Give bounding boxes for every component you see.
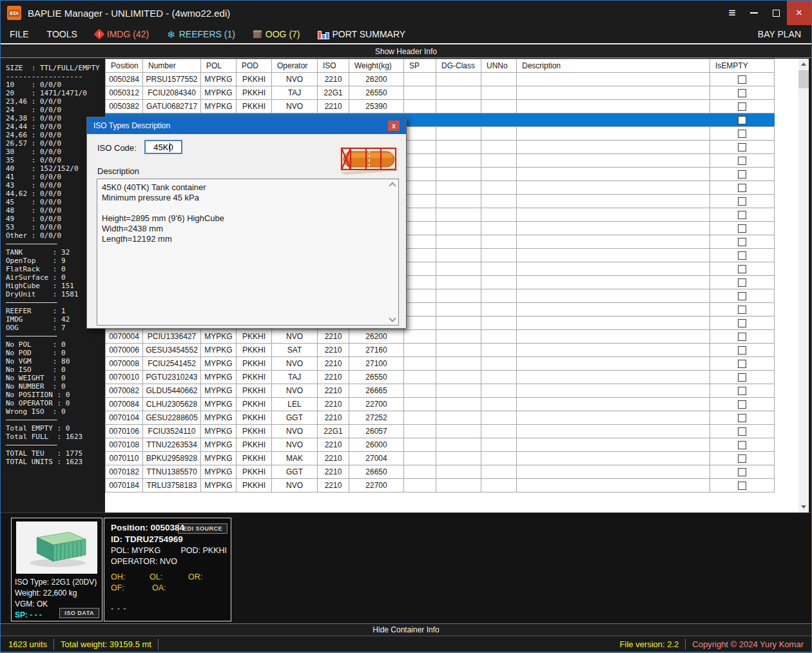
table-row[interactable]: 0070008FCIU2541452MYPKGPKKHINVO221027100 [106, 357, 775, 371]
isempty-checkbox[interactable] [738, 482, 746, 490]
isempty-checkbox[interactable] [738, 130, 746, 138]
close-icon[interactable]: × [787, 1, 811, 25]
iso-data-button[interactable]: ISO DATA [59, 608, 99, 618]
dialog-title-bar[interactable]: ISO Types Description x [87, 117, 406, 134]
description-textarea[interactable]: 45K0 (40TK) Tank container Minimum press… [97, 179, 399, 326]
dialog-title: ISO Types Description [93, 121, 170, 130]
table-cell [517, 127, 710, 141]
isempty-checkbox[interactable] [738, 75, 746, 84]
isempty-checkbox[interactable] [738, 143, 746, 151]
table-row[interactable]: 0050284PRSU1577552MYPKGPKKHINVO221026200 [106, 73, 775, 86]
scroll-up-icon[interactable] [798, 59, 809, 70]
menu-item-bay-plan[interactable]: BAY PLAN [758, 29, 801, 39]
column-header-isempty[interactable]: IsEMPTY [710, 59, 775, 73]
table-cell: 2210 [318, 411, 349, 425]
isempty-checkbox[interactable] [738, 278, 746, 287]
table-cell: MAK [272, 452, 318, 465]
isempty-checkbox[interactable] [738, 89, 746, 97]
isempty-checkbox[interactable] [738, 102, 746, 111]
isempty-checkbox[interactable] [738, 346, 746, 355]
vertical-scrollbar[interactable] [798, 59, 809, 512]
isempty-checkbox[interactable] [738, 116, 746, 124]
menu-item-port-summary[interactable]: PORT SUMMARY [318, 29, 406, 39]
units-count: 1623 units [8, 639, 47, 649]
table-row[interactable]: 0070108TTNU2263534MYPKGPKKHINVO221026000 [106, 438, 775, 452]
table-row[interactable]: 0070104GESU2288605MYPKGPKKHIGGT221027252 [106, 411, 775, 425]
isempty-checkbox[interactable] [738, 373, 746, 382]
table-row[interactable]: 0070084CLHU2305628MYPKGPKKHILEL221022700 [106, 398, 775, 411]
isempty-checkbox[interactable] [738, 333, 746, 341]
box-icon [253, 30, 262, 38]
table-row[interactable]: 0070184TRLU3758183MYPKGPKKHINVO221022700 [106, 479, 775, 492]
menu-item-file[interactable]: FILE [10, 29, 29, 39]
isempty-checkbox[interactable] [738, 170, 746, 179]
isempty-checkbox[interactable] [738, 360, 746, 368]
column-header-pol[interactable]: POL [201, 59, 237, 73]
table-row[interactable]: 0070010PGTU2310243MYPKGPKKHITAJ221026550 [106, 371, 775, 384]
hamburger-menu-icon[interactable]: ≡ [721, 1, 743, 25]
file-version: File version: 2.2 [620, 639, 679, 649]
maximize-icon[interactable] [765, 1, 787, 25]
table-cell [436, 235, 481, 249]
menu-item-tools[interactable]: TOOLS [47, 29, 77, 39]
isempty-checkbox[interactable] [738, 211, 746, 219]
isempty-checkbox[interactable] [738, 468, 746, 476]
table-row[interactable]: 0070082GLDU5440662MYPKGPKKHINVO221026665 [106, 384, 775, 398]
table-cell [517, 344, 710, 357]
hide-container-info-bar[interactable]: Hide Container Info [1, 623, 811, 636]
menu-item-oog-7[interactable]: OOG (7) [253, 29, 300, 39]
column-header-sp[interactable]: SP [404, 59, 436, 73]
column-header-pod[interactable]: POD [237, 59, 272, 73]
isempty-cell [710, 181, 775, 195]
minimize-icon[interactable] [743, 1, 765, 25]
isempty-cell [710, 168, 775, 181]
table-row[interactable]: 0050312FCIU2084340MYPKGPKKHITAJ22G126550 [106, 86, 775, 100]
column-header-dg-class[interactable]: DG-Class [436, 59, 481, 73]
column-header-operator[interactable]: Operator [272, 59, 318, 73]
isempty-checkbox[interactable] [738, 265, 746, 273]
isempty-checkbox[interactable] [738, 400, 746, 409]
scrollbar-thumb[interactable] [798, 70, 809, 88]
table-cell [517, 276, 710, 289]
table-cell [517, 235, 710, 249]
column-header-unno[interactable]: UNNo [481, 59, 517, 73]
table-cell: GESU3454552 [143, 344, 201, 357]
isempty-checkbox[interactable] [738, 251, 746, 260]
textarea-scroll-down-icon[interactable] [389, 315, 396, 322]
isempty-checkbox[interactable] [738, 292, 746, 300]
isempty-checkbox[interactable] [738, 319, 746, 327]
column-header-position[interactable]: Position [106, 59, 143, 73]
iso-code-input[interactable]: 45K0 [144, 140, 182, 154]
isempty-checkbox[interactable] [738, 197, 746, 206]
table-row[interactable]: 0050382GATU0682717MYPKGPKKHINVO221025390 [106, 100, 775, 113]
isempty-checkbox[interactable] [738, 427, 746, 436]
table-row[interactable]: 0070182TTNU1385570MYPKGPKKHIGGT221026650 [106, 465, 775, 479]
table-row[interactable]: 0070110BPKU2958928MYPKGPKKHIMAK221027004 [106, 452, 775, 465]
show-header-info-bar[interactable]: Show Header Info [1, 46, 811, 58]
table-row[interactable]: 0070006GESU3454552MYPKGPKKHISAT221027160 [106, 344, 775, 357]
table-row[interactable]: 0070106FCIU3524110MYPKGPKKHINVO22G126057 [106, 425, 775, 438]
column-header-weight-kg-[interactable]: Weight(kg) [349, 59, 404, 73]
column-header-description[interactable]: Description [517, 59, 710, 73]
isempty-checkbox[interactable] [738, 157, 746, 165]
isempty-checkbox[interactable] [738, 238, 746, 246]
isempty-checkbox[interactable] [738, 414, 746, 422]
textarea-scroll-up-icon[interactable] [389, 182, 396, 189]
isempty-checkbox[interactable] [738, 224, 746, 233]
menu-item-imdg-42[interactable]: !IMDG (42) [95, 29, 149, 39]
column-header-iso[interactable]: ISO [318, 59, 349, 73]
title-bar[interactable]: EDI BAPLIE Manager - UNLIMITED - (4wmo22… [1, 1, 811, 25]
table-cell [517, 303, 710, 317]
isempty-checkbox[interactable] [738, 441, 746, 449]
table-row[interactable]: 0070004PCIU1336427MYPKGPKKHINVO221026200 [106, 330, 775, 344]
isempty-checkbox[interactable] [738, 184, 746, 192]
isempty-checkbox[interactable] [738, 387, 746, 395]
menu-item-reefers-1[interactable]: ❄REEFERS (1) [167, 29, 235, 39]
scroll-down-icon[interactable] [798, 502, 809, 512]
isempty-checkbox[interactable] [738, 454, 746, 463]
table-cell: CLHU2305628 [143, 398, 201, 411]
table-cell: NVO [272, 479, 318, 492]
dialog-close-icon[interactable]: x [388, 121, 400, 131]
isempty-checkbox[interactable] [738, 306, 746, 314]
column-header-number[interactable]: Number [143, 59, 201, 73]
